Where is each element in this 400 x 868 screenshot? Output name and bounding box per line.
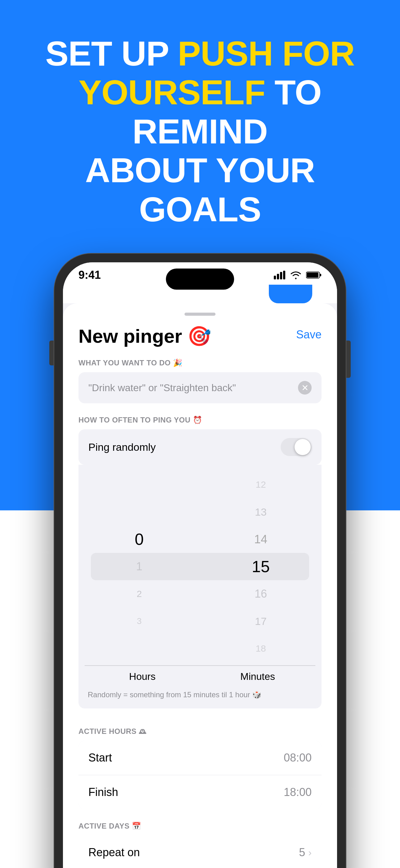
svg-rect-1 [277,274,279,279]
minutes-selected: 15 [252,553,270,580]
active-days-label: ACTIVE DAYS 📅 [78,822,322,831]
svg-rect-2 [280,272,282,279]
svg-rect-6 [307,273,319,278]
hours-label: Hours [85,665,200,685]
repeat-row[interactable]: Repeat on 5 › [78,835,322,868]
save-button[interactable]: Save [296,325,322,341]
status-time: 9:41 [78,269,101,282]
minutes-item: 16 [255,580,267,608]
hours-selected: 0 [135,526,144,553]
svg-rect-3 [283,271,285,279]
ping-randomly-label: Ping randomly [88,441,156,453]
clear-icon[interactable]: ✕ [298,381,312,395]
goal-input-wrap[interactable]: "Drink water" or "Straighten back" ✕ [78,372,322,403]
minutes-label: Minutes [200,665,315,685]
picker-columns: 0 1 2 3 12 13 14 15 16 [78,471,322,662]
goal-input-placeholder: "Drink water" or "Straighten back" [88,382,236,394]
ping-randomly-row: Ping randomly [78,429,322,465]
headline-line1: SET UP PUSH FOR YOURSELF TO REMIND ABOUT… [45,34,355,229]
headline-section: SET UP PUSH FOR YOURSELF TO REMIND ABOUT… [0,0,400,254]
dynamic-island [166,269,234,290]
chevron-icon: › [308,847,312,858]
sheet-title: New pinger 🎯 [78,325,211,347]
active-hours-block: Start 08:00 Finish 18:00 [78,741,322,809]
minutes-item: 12 [256,471,266,498]
wifi-icon [290,271,302,279]
ping-randomly-toggle[interactable] [280,438,312,456]
blue-tab [269,285,312,303]
finish-row[interactable]: Finish 18:00 [78,775,322,809]
repeat-value: 5 [299,846,305,859]
headline-yourself: YOURSELF [78,73,265,112]
status-icons [274,271,322,279]
what-section-label: WHAT YOU WANT TO DO 🎉 [78,359,322,367]
start-row[interactable]: Start 08:00 [78,741,322,775]
finish-value: 18:00 [284,786,312,799]
status-bar: 9:41 [63,262,337,285]
finish-label: Finish [88,786,118,799]
minutes-item: 14 [254,526,267,553]
sheet: New pinger 🎯 Save WHAT YOU WANT TO DO 🎉 … [63,303,337,868]
svg-rect-5 [320,274,321,276]
signal-icon [274,271,286,279]
time-picker[interactable]: 0 1 2 3 12 13 14 15 16 [78,465,322,708]
battery-icon [306,271,322,279]
headline-push-for: PUSH FOR [178,34,355,73]
hours-item: 2 [137,580,142,608]
hours-item: 1 [136,553,142,580]
picker-selection-bar [91,553,309,580]
active-hours-label: ACTIVE HOURS 🕰 [78,727,322,736]
svg-rect-0 [274,276,276,279]
minutes-item: 18 [256,635,266,662]
sheet-header: New pinger 🎯 Save [78,325,322,347]
repeat-label: Repeat on [88,846,140,859]
phone-screen: 9:41 [63,262,337,868]
picker-note: Randomly = something from 15 minutes til… [78,685,322,702]
repeat-value-group: 5 › [299,846,312,859]
start-label: Start [88,751,112,764]
hours-item: 3 [137,608,142,635]
sheet-handle [185,313,215,316]
how-section-label: HOW TO OFTEN TO PING YOU ⏰ [78,416,322,424]
start-value: 08:00 [284,751,312,764]
phone-shell: 9:41 [54,254,346,868]
minutes-item: 17 [255,608,267,635]
toggle-knob [295,439,311,455]
minutes-item: 13 [255,498,267,526]
